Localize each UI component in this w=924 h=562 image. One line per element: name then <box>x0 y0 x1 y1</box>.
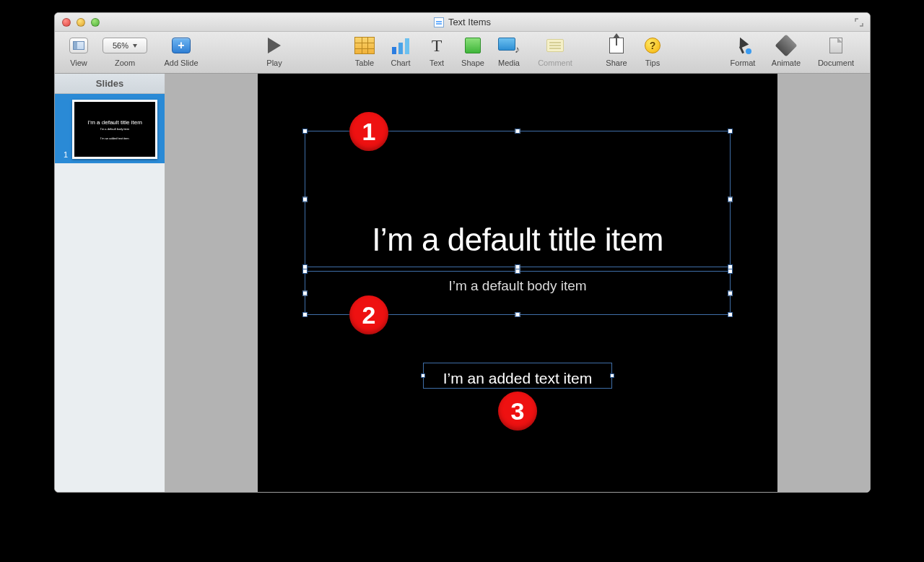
added-text-box[interactable] <box>423 363 612 389</box>
zoom-control[interactable]: 56% Zoom <box>97 35 153 67</box>
document-icon <box>829 38 842 53</box>
slide-body-text[interactable]: I’m a default body item <box>258 278 777 294</box>
slide-canvas[interactable]: I’m a default title item I’m a default b… <box>258 74 777 492</box>
document-icon <box>434 17 444 27</box>
resize-handle[interactable] <box>302 312 308 317</box>
canvas-area[interactable]: I’m a default title item I’m a default b… <box>165 74 870 492</box>
app-window: Text Items View 56% Zoom + Add Slide <box>54 12 871 493</box>
zoom-value: 56% <box>113 41 128 50</box>
shape-button[interactable]: Shape <box>455 35 491 67</box>
resize-handle[interactable] <box>515 269 520 274</box>
document-button[interactable]: Document <box>808 35 864 67</box>
zoom-label: Zoom <box>115 59 135 67</box>
add-slide-label: Add Slide <box>164 59 198 67</box>
play-icon <box>268 38 281 53</box>
play-label: Play <box>266 59 282 67</box>
comment-icon <box>546 39 564 52</box>
slide-thumbnails: 1 I’m a default title item I’m a default… <box>55 94 165 492</box>
plus-icon: + <box>172 38 191 53</box>
resize-handle[interactable] <box>421 373 425 378</box>
traffic-lights <box>55 18 100 27</box>
comment-label: Comment <box>538 59 572 67</box>
chart-label: Chart <box>391 59 411 67</box>
fullscreen-button[interactable] <box>854 17 864 27</box>
media-label: Media <box>498 59 520 67</box>
body: Slides 1 I’m a default title item I’m a … <box>55 74 870 492</box>
text-button[interactable]: T Text <box>419 35 455 67</box>
share-icon <box>609 38 624 53</box>
tips-label: Tips <box>645 59 660 67</box>
resize-handle[interactable] <box>728 269 733 274</box>
minimize-button[interactable] <box>77 18 85 27</box>
resize-handle[interactable] <box>302 196 308 202</box>
resize-handle[interactable] <box>728 312 733 317</box>
tips-icon: ? <box>645 38 661 53</box>
table-label: Table <box>355 59 374 67</box>
resize-handle[interactable] <box>610 373 614 378</box>
chevron-down-icon <box>133 44 137 48</box>
resize-handle[interactable] <box>515 312 520 317</box>
slide-thumbnail-preview: I’m a default title item I’m a default b… <box>72 100 157 159</box>
share-button[interactable]: Share <box>598 35 635 67</box>
callout-2: 2 <box>349 295 388 334</box>
animate-label: Animate <box>772 59 801 67</box>
resize-handle[interactable] <box>302 269 308 274</box>
text-label: Text <box>430 59 444 67</box>
shape-label: Shape <box>461 59 484 67</box>
resize-handle[interactable] <box>728 196 733 202</box>
slides-sidebar: Slides 1 I’m a default title item I’m a … <box>55 74 165 492</box>
zoom-button[interactable] <box>91 18 100 27</box>
callout-3: 3 <box>498 392 537 431</box>
tips-button[interactable]: ? Tips <box>635 35 671 67</box>
slide-number: 1 <box>59 150 68 159</box>
callout-1: 1 <box>349 112 388 151</box>
add-slide-button[interactable]: + Add Slide <box>153 35 209 67</box>
animate-button[interactable]: Animate <box>764 35 808 67</box>
resize-handle[interactable] <box>302 129 308 134</box>
slide-thumbnail-1[interactable]: 1 I’m a default title item I’m a default… <box>55 94 165 163</box>
format-icon <box>734 37 751 54</box>
window-title-wrap: Text Items <box>55 17 870 27</box>
view-button[interactable]: View <box>61 35 97 67</box>
animate-icon <box>775 34 797 56</box>
document-label: Document <box>818 59 854 67</box>
format-button[interactable]: Format <box>721 35 764 67</box>
slide-title-text[interactable]: I’m a default title item <box>258 222 777 258</box>
resize-handle[interactable] <box>515 129 520 134</box>
format-label: Format <box>731 59 756 67</box>
slides-header: Slides <box>55 74 165 94</box>
window-title: Text Items <box>448 17 491 27</box>
comment-button[interactable]: Comment <box>527 35 583 67</box>
play-button[interactable]: Play <box>253 35 296 67</box>
view-label: View <box>70 59 87 67</box>
resize-handle[interactable] <box>728 129 733 134</box>
toolbar: View 56% Zoom + Add Slide Play Table <box>55 32 870 74</box>
titlebar[interactable]: Text Items <box>55 13 870 32</box>
chart-button[interactable]: Chart <box>383 35 419 67</box>
media-button[interactable]: Media <box>491 35 527 67</box>
text-icon: T <box>432 36 443 56</box>
table-icon <box>354 37 375 54</box>
shape-icon <box>465 38 481 53</box>
share-label: Share <box>606 59 627 67</box>
media-icon <box>498 38 520 53</box>
chart-icon <box>392 37 409 54</box>
table-button[interactable]: Table <box>346 35 383 67</box>
close-button[interactable] <box>62 18 71 27</box>
